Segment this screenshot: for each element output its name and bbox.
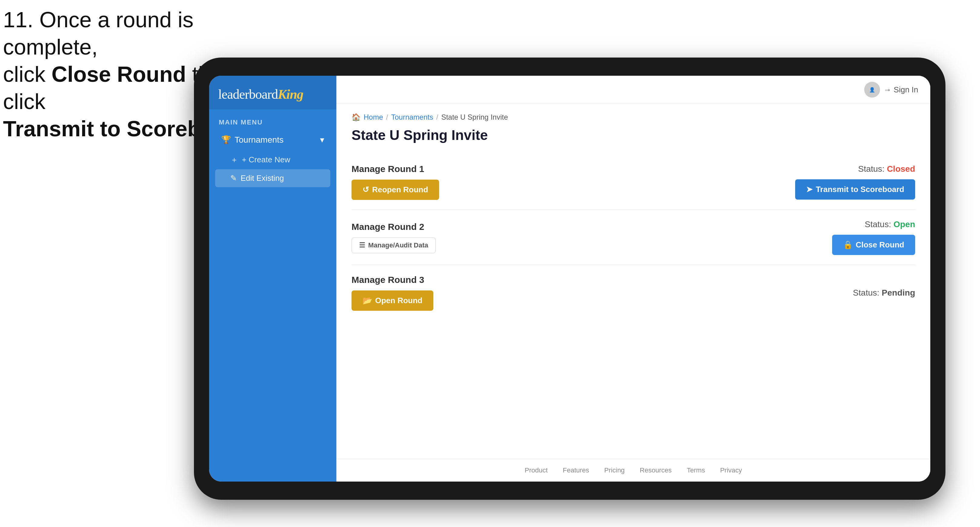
sidebar-item-create-new[interactable]: ＋ + Create New xyxy=(215,150,330,169)
edit-icon: ✎ xyxy=(230,173,237,183)
round-section-3: Manage Round 3 📂 Open Round Status: Pend… xyxy=(352,265,915,321)
round2-left: Manage Round 2 ☰ Manage/Audit Data xyxy=(352,222,436,253)
sidebar-item-tournaments[interactable]: 🏆 Tournaments ▾ xyxy=(215,129,330,150)
round3-left: Manage Round 3 📂 Open Round xyxy=(352,275,433,311)
main-menu-label: MAIN MENU xyxy=(215,115,330,129)
open-icon: 📂 xyxy=(363,296,372,305)
plus-icon: ＋ xyxy=(230,154,238,165)
tablet-frame: leaderboardKing MAIN MENU 🏆 Tournaments … xyxy=(194,57,945,500)
open-round-label: Open Round xyxy=(375,296,422,305)
page-title: State U Spring Invite xyxy=(352,127,915,143)
breadcrumb-sep1: / xyxy=(386,113,388,121)
main-content: 👤 → Sign In 🏠 Home / Tournaments / State xyxy=(336,76,930,482)
manage-audit-label: Manage/Audit Data xyxy=(368,241,428,249)
instruction-line1: 11. Once a round is complete, xyxy=(3,8,193,59)
reopen-round-label: Reopen Round xyxy=(372,185,428,194)
close-round-label: Close Round xyxy=(856,240,904,249)
transmit-scoreboard-button[interactable]: ➤ Transmit to Scoreboard xyxy=(795,179,915,200)
transmit-icon: ➤ xyxy=(806,185,813,194)
chevron-down-icon: ▾ xyxy=(320,135,324,145)
round2-status-value: Open xyxy=(893,220,915,229)
breadcrumb-home[interactable]: Home xyxy=(364,113,383,121)
round3-title: Manage Round 3 xyxy=(352,275,433,285)
page-content: 🏠 Home / Tournaments / State U Spring In… xyxy=(336,104,930,459)
instruction-bold1: Close Round xyxy=(51,62,186,86)
round1-title: Manage Round 1 xyxy=(352,164,439,174)
lock-icon: 🔒 xyxy=(843,240,853,249)
home-icon: 🏠 xyxy=(352,113,361,121)
round2-status: Status: Open xyxy=(865,220,915,229)
round2-title: Manage Round 2 xyxy=(352,222,436,232)
footer-product[interactable]: Product xyxy=(525,467,547,474)
breadcrumb-tournaments[interactable]: Tournaments xyxy=(391,113,433,121)
reopen-round-button[interactable]: ↺ Reopen Round xyxy=(352,179,439,200)
sign-in-area[interactable]: 👤 → Sign In xyxy=(864,82,918,97)
round1-left: Manage Round 1 ↺ Reopen Round xyxy=(352,164,439,200)
trophy-icon: 🏆 xyxy=(221,135,231,144)
round-section-1: Manage Round 1 ↺ Reopen Round Status: Cl… xyxy=(352,154,915,210)
sidebar: leaderboardKing MAIN MENU 🏆 Tournaments … xyxy=(209,76,336,482)
breadcrumb: 🏠 Home / Tournaments / State U Spring In… xyxy=(352,113,915,121)
sidebar-item-edit-existing[interactable]: ✎ Edit Existing xyxy=(215,169,330,187)
round3-status: Status: Pending xyxy=(853,288,915,298)
round2-right: Status: Open 🔒 Close Round xyxy=(832,220,915,255)
app-layout: leaderboardKing MAIN MENU 🏆 Tournaments … xyxy=(209,76,930,482)
open-round-button[interactable]: 📂 Open Round xyxy=(352,290,433,311)
footer-resources[interactable]: Resources xyxy=(640,467,671,474)
round1-right: Status: Closed ➤ Transmit to Scoreboard xyxy=(795,164,915,200)
footer-terms[interactable]: Terms xyxy=(687,467,705,474)
breadcrumb-current: State U Spring Invite xyxy=(441,113,508,121)
reopen-icon: ↺ xyxy=(363,185,369,194)
footer-pricing[interactable]: Pricing xyxy=(604,467,625,474)
instruction-line2: click xyxy=(3,62,51,86)
audit-icon: ☰ xyxy=(359,241,365,249)
sidebar-logo-area: leaderboardKing xyxy=(209,76,336,110)
logo-king: King xyxy=(278,87,303,102)
avatar-icon: 👤 xyxy=(869,87,875,93)
create-new-label: + Create New xyxy=(242,155,290,165)
round3-status-value: Pending xyxy=(882,288,915,297)
round1-status-value: Closed xyxy=(887,164,915,173)
tournaments-nav-label: Tournaments xyxy=(235,135,284,145)
app-footer: Product Features Pricing Resources Terms… xyxy=(336,459,930,482)
round-section-2: Manage Round 2 ☰ Manage/Audit Data Statu… xyxy=(352,210,915,265)
tournaments-nav-left: 🏆 Tournaments xyxy=(221,135,284,145)
round1-status: Status: Closed xyxy=(858,164,915,174)
app-logo: leaderboardKing xyxy=(218,87,327,102)
sign-in-text: → Sign In xyxy=(884,85,918,95)
round3-right: Status: Pending xyxy=(853,288,915,298)
transmit-scoreboard-label: Transmit to Scoreboard xyxy=(816,185,904,194)
footer-privacy[interactable]: Privacy xyxy=(720,467,742,474)
app-header: 👤 → Sign In xyxy=(336,76,930,104)
close-round-button[interactable]: 🔒 Close Round xyxy=(832,235,915,255)
breadcrumb-sep2: / xyxy=(436,113,438,121)
footer-features[interactable]: Features xyxy=(563,467,589,474)
user-avatar: 👤 xyxy=(864,82,880,97)
edit-existing-label: Edit Existing xyxy=(240,173,284,183)
tablet-screen: leaderboardKing MAIN MENU 🏆 Tournaments … xyxy=(209,76,930,482)
logo-leaderboard: leaderboard xyxy=(218,87,278,102)
sidebar-main-menu: MAIN MENU 🏆 Tournaments ▾ ＋ + Create New… xyxy=(209,110,336,190)
manage-audit-button[interactable]: ☰ Manage/Audit Data xyxy=(352,237,436,253)
